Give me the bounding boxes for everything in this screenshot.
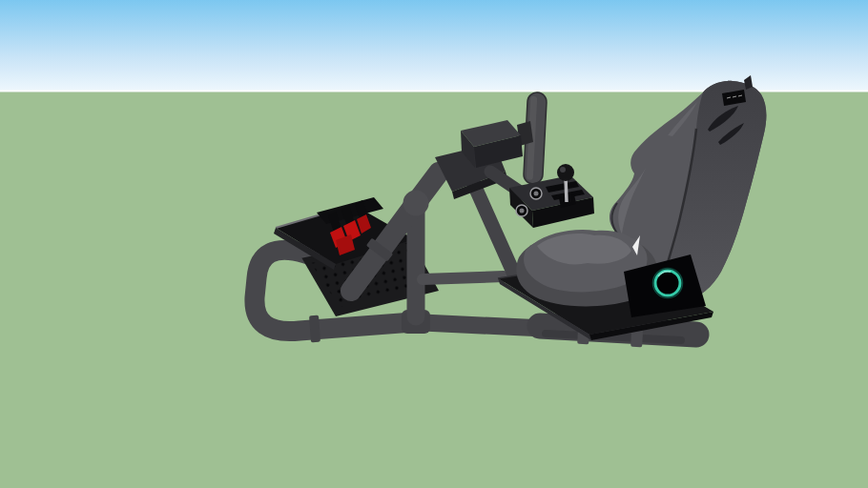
elbow-fitting <box>403 191 429 216</box>
recline-knob <box>653 269 683 298</box>
upper-rail <box>423 276 504 279</box>
coupler-sleeve <box>309 315 320 343</box>
bottom-rail <box>413 322 534 328</box>
console-emblem <box>530 188 542 199</box>
scene-canvas <box>0 0 868 488</box>
shifter-ball <box>557 164 574 181</box>
loop-coupler-bottom <box>309 315 320 343</box>
emblem-dot <box>534 192 539 196</box>
emblem-dot <box>520 209 525 214</box>
sky <box>0 0 868 92</box>
console-emblem <box>516 205 527 216</box>
model-viewport[interactable] <box>0 0 868 488</box>
shifter-ball-highlight <box>560 167 566 173</box>
